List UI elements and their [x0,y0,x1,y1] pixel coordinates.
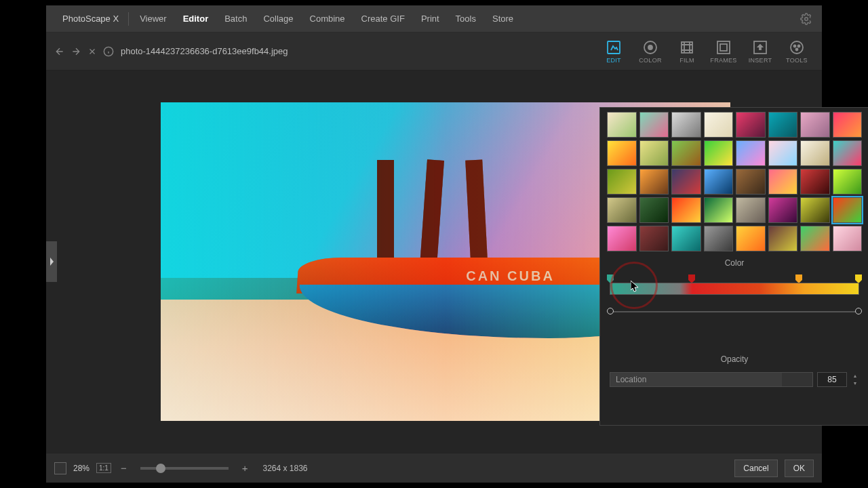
gradient-preset[interactable] [607,197,637,223]
menu-viewer[interactable]: Viewer [132,14,175,24]
gradient-preset[interactable] [736,140,766,166]
gradient-preset[interactable] [639,197,669,223]
gradient-preset[interactable] [833,169,863,195]
gradient-endpoint-end[interactable] [855,308,862,314]
gradient-picker-popover: Color Opacity Location 85 ▲▼ [599,107,868,426]
bottom-bar: 28% 1:1 − + 3264 x 1836 Cancel OK [46,453,822,483]
gradient-preset[interactable] [639,169,669,195]
gradient-bar[interactable] [607,272,862,303]
zoom-actual-size[interactable]: 1:1 [96,463,111,473]
tooltab-film[interactable]: FILM [669,39,705,64]
gradient-preset[interactable] [704,197,734,223]
compare-toggle[interactable] [54,462,66,474]
zoom-slider-handle[interactable] [156,464,165,473]
location-slider[interactable]: Location [610,372,813,387]
gradient-preset[interactable] [607,112,637,138]
gradient-preset[interactable] [607,140,637,166]
gradient-preset[interactable] [671,140,701,166]
gradient-stop-2[interactable] [688,274,695,283]
gradient-preset[interactable] [800,140,830,166]
cancel-button[interactable]: Cancel [734,460,777,477]
gradient-preset[interactable] [671,226,701,251]
tooltab-film-label: FILM [679,57,694,64]
gradient-preset[interactable] [671,197,701,223]
gradient-preset[interactable] [736,169,766,195]
svg-rect-5 [682,42,692,53]
toolbar: photo-1444237236636-d7613ee9fb44.jpeg ED… [46,33,822,70]
gradient-preset[interactable] [639,226,669,251]
location-value[interactable]: 85 [817,372,847,387]
tooltab-color[interactable]: COLOR [632,39,669,64]
svg-rect-7 [720,44,727,51]
gradient-preset[interactable] [736,112,766,138]
zoom-slider[interactable] [140,467,229,470]
menu-combine[interactable]: Combine [302,14,353,24]
gradient-preset[interactable] [768,197,798,223]
menu-store[interactable]: Store [484,14,521,24]
gradient-preset[interactable] [768,169,798,195]
menu-print[interactable]: Print [413,14,448,24]
menu-bar: PhotoScape X Viewer Editor Batch Collage… [46,5,822,33]
menu-create-gif[interactable]: Create GIF [353,14,413,24]
settings-gear-icon[interactable] [800,13,812,25]
app-brand: PhotoScape X [56,14,125,24]
tooltab-tools[interactable]: TOOLS [778,39,815,64]
gradient-preset[interactable] [736,226,766,251]
tooltab-color-label: COLOR [639,57,662,64]
gradient-preset[interactable] [736,197,766,223]
gradient-preset[interactable] [833,140,863,166]
menu-batch[interactable]: Batch [216,14,255,24]
tooltab-insert[interactable]: INSERT [742,39,778,64]
tooltab-frames[interactable]: FRAMES [705,39,742,64]
gradient-preset[interactable] [833,112,863,138]
location-slider-label: Location [616,375,646,384]
close-file-icon[interactable] [85,45,99,58]
zoom-out-icon[interactable]: − [118,462,130,474]
tooltab-edit[interactable]: EDIT [595,39,632,64]
gradient-preset[interactable] [800,169,830,195]
gradient-stop-3[interactable] [795,274,802,283]
nav-back-icon[interactable] [53,45,66,58]
color-section-label: Color [607,258,862,268]
gradient-endpoint-start[interactable] [607,308,614,314]
gradient-preset[interactable] [833,226,863,251]
gradient-preset[interactable] [704,140,734,166]
gradient-preset[interactable] [768,112,798,138]
svg-point-10 [794,45,796,47]
gradient-preset[interactable] [704,169,734,195]
gradient-preset[interactable] [833,197,863,223]
menu-editor[interactable]: Editor [175,14,217,24]
gradient-preset[interactable] [768,140,798,166]
gradient-preset[interactable] [639,140,669,166]
gradient-preset-grid [607,112,862,251]
gradient-preset[interactable] [639,112,669,138]
gradient-preset[interactable] [607,226,637,251]
location-stepper[interactable]: ▲▼ [851,372,859,387]
gradient-preset[interactable] [671,169,701,195]
svg-rect-6 [717,41,730,54]
svg-point-4 [648,45,652,49]
tooltab-tools-label: TOOLS [786,57,808,64]
svg-point-9 [791,41,803,54]
gradient-preset[interactable] [671,112,701,138]
nav-forward-icon[interactable] [69,45,83,58]
separator [128,12,129,26]
gradient-preset[interactable] [704,112,734,138]
gradient-preset[interactable] [607,169,637,195]
gradient-preview-bar [610,283,859,295]
gradient-stop-1[interactable] [607,274,614,283]
gradient-stop-4[interactable] [855,274,862,283]
tooltab-edit-label: EDIT [606,57,621,64]
menu-tools[interactable]: Tools [448,14,484,24]
zoom-in-icon[interactable]: + [239,462,251,474]
gradient-preset[interactable] [800,112,830,138]
gradient-preset[interactable] [704,226,734,251]
gradient-endpoint-bar[interactable] [607,307,862,318]
gradient-preset[interactable] [800,226,830,251]
gradient-preset[interactable] [768,226,798,251]
gradient-preset[interactable] [800,197,830,223]
ok-button[interactable]: OK [785,460,814,477]
menu-collage[interactable]: Collage [255,14,301,24]
info-icon[interactable] [102,45,115,58]
filename-label: photo-1444237236636-d7613ee9fb44.jpeg [121,46,288,56]
